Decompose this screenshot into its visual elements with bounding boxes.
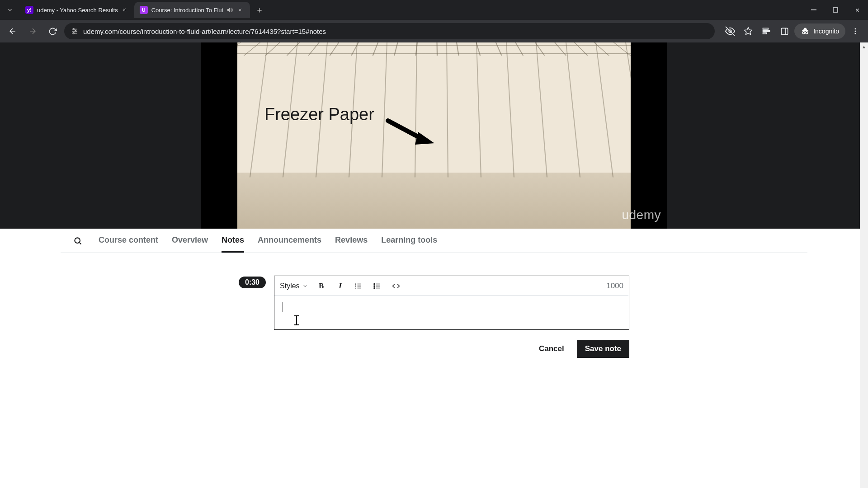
forward-button[interactable] — [24, 23, 41, 39]
back-button[interactable] — [5, 23, 21, 39]
bookmark-icon[interactable] — [740, 23, 756, 39]
svg-point-33 — [373, 283, 374, 284]
svg-marker-9 — [745, 28, 752, 35]
video-overlay-label: Freezer Paper — [264, 105, 374, 124]
tab-yahoo[interactable]: y! udemy - Yahoo Search Results — [20, 2, 134, 18]
italic-button[interactable]: I — [335, 282, 346, 291]
incognito-chip[interactable]: Incognito — [794, 23, 845, 39]
address-bar[interactable]: udemy.com/course/introduction-to-fluid-a… — [64, 23, 715, 39]
svg-rect-13 — [781, 28, 788, 34]
text-caret — [283, 302, 283, 312]
tab-announcements[interactable]: Announcements — [258, 229, 321, 253]
toolbar-actions: Incognito — [722, 23, 863, 39]
site-settings-icon[interactable] — [71, 27, 79, 35]
styles-label: Styles — [280, 282, 300, 290]
mouse-ibeam-cursor — [296, 316, 297, 325]
bold-button[interactable]: B — [316, 282, 327, 291]
kebab-menu-icon[interactable] — [847, 23, 863, 39]
svg-point-34 — [373, 285, 374, 286]
svg-rect-12 — [763, 33, 767, 34]
svg-point-16 — [806, 32, 808, 34]
tab-title: udemy - Yahoo Search Results — [37, 7, 118, 14]
browser-chrome: y! udemy - Yahoo Search Results U Course… — [0, 0, 868, 42]
cancel-button[interactable]: Cancel — [533, 340, 571, 358]
url-text: udemy.com/course/introduction-to-fluid-a… — [83, 28, 708, 35]
svg-point-6 — [75, 31, 76, 32]
svg-point-18 — [855, 28, 856, 29]
svg-point-15 — [802, 32, 805, 34]
tab-udemy-course[interactable]: U Course: Introduction To Flui — [134, 2, 250, 18]
svg-rect-11 — [763, 30, 770, 32]
vertical-scrollbar[interactable]: ▲ — [860, 42, 868, 488]
tab-strip: y! udemy - Yahoo Search Results U Course… — [0, 0, 868, 20]
new-tab-button[interactable]: ＋ — [253, 3, 266, 17]
reload-button[interactable] — [44, 23, 61, 39]
svg-point-20 — [855, 33, 856, 34]
char-count: 1000 — [606, 282, 623, 291]
styles-dropdown[interactable]: Styles — [280, 282, 308, 290]
note-actions: Cancel Save note — [274, 340, 629, 358]
svg-point-5 — [73, 28, 74, 30]
chevron-down-icon — [302, 283, 308, 289]
tab-title: Course: Introduction To Flui — [151, 7, 223, 14]
note-editor: Styles B I 123 1000 — [274, 276, 629, 330]
audio-icon[interactable] — [226, 7, 234, 13]
video-player-region: Freezer Paper udemy — [0, 42, 868, 229]
side-panel-icon[interactable] — [776, 23, 793, 39]
maximize-button[interactable] — [825, 0, 846, 20]
video-watermark: udemy — [622, 208, 661, 222]
course-tab-nav: Course content Overview Notes Announceme… — [61, 229, 807, 253]
minimize-button[interactable] — [803, 0, 825, 20]
browser-toolbar: udemy.com/course/introduction-to-fluid-a… — [0, 20, 868, 42]
svg-marker-21 — [415, 132, 434, 145]
close-icon[interactable] — [237, 7, 245, 13]
svg-rect-10 — [763, 28, 769, 29]
svg-text:3: 3 — [355, 286, 356, 289]
favicon-udemy: U — [140, 6, 148, 14]
code-button[interactable] — [392, 282, 403, 290]
tab-reviews[interactable]: Reviews — [335, 229, 368, 253]
close-window-button[interactable] — [846, 0, 868, 20]
unordered-list-button[interactable] — [373, 282, 384, 290]
svg-point-22 — [75, 238, 80, 243]
eye-off-icon[interactable] — [722, 23, 738, 39]
svg-point-7 — [73, 33, 74, 34]
note-textarea[interactable] — [274, 296, 629, 329]
incognito-label: Incognito — [813, 28, 839, 35]
window-controls — [803, 0, 868, 20]
note-timestamp-chip[interactable]: 0:30 — [239, 277, 266, 288]
close-icon[interactable] — [122, 7, 129, 13]
search-icon[interactable] — [73, 236, 82, 245]
tab-course-content[interactable]: Course content — [99, 229, 158, 253]
video-frame: Freezer Paper — [237, 42, 631, 229]
arrow-icon — [386, 118, 435, 145]
tab-overview[interactable]: Overview — [172, 229, 208, 253]
ordered-list-button[interactable]: 123 — [354, 282, 365, 290]
save-note-button[interactable]: Save note — [577, 340, 629, 358]
tab-search-button[interactable] — [4, 4, 16, 16]
tab-learning-tools[interactable]: Learning tools — [381, 229, 437, 253]
reading-list-icon[interactable] — [758, 23, 774, 39]
svg-rect-1 — [833, 8, 838, 12]
favicon-yahoo: y! — [25, 6, 33, 14]
page-content: Freezer Paper udemy Course content Overv… — [0, 42, 868, 488]
editor-toolbar: Styles B I 123 1000 — [274, 276, 629, 296]
svg-point-35 — [373, 287, 374, 288]
notes-editor-area: 0:30 Styles B I 123 — [0, 253, 868, 358]
scroll-up-arrow[interactable]: ▲ — [860, 42, 868, 51]
video-player[interactable]: Freezer Paper udemy — [201, 42, 667, 229]
tab-notes[interactable]: Notes — [222, 229, 244, 253]
svg-rect-0 — [811, 9, 816, 10]
svg-point-19 — [855, 31, 856, 32]
svg-line-23 — [80, 242, 81, 244]
